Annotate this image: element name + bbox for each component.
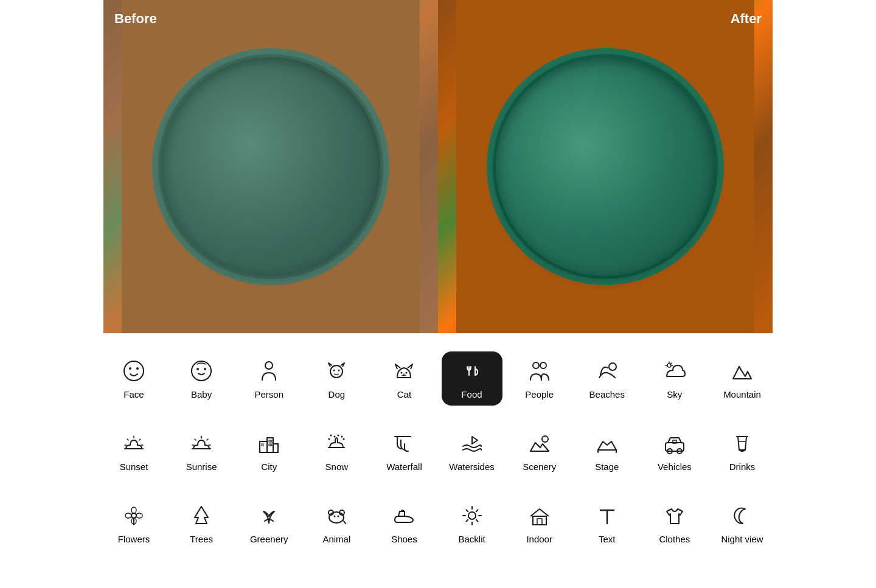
category-stage[interactable]: Stage — [577, 424, 638, 478]
svg-point-57 — [131, 513, 136, 518]
svg-point-52 — [542, 436, 548, 442]
category-backlit[interactable]: Backlit — [442, 496, 502, 550]
snow-icon — [325, 430, 348, 457]
svg-rect-56 — [673, 440, 676, 443]
baby-icon — [190, 358, 213, 384]
city-label: City — [261, 462, 277, 472]
vehicles-label: Vehicles — [658, 462, 692, 472]
mountain-icon — [731, 358, 754, 384]
svg-point-7 — [271, 125, 313, 143]
category-row-1: Face Baby Person — [103, 345, 773, 412]
svg-rect-38 — [260, 441, 267, 452]
sunset-label: Sunset — [120, 462, 148, 472]
category-vehicles[interactable]: Vehicles — [644, 424, 705, 478]
svg-rect-20 — [604, 146, 619, 176]
category-indoor[interactable]: Indoor — [509, 496, 570, 550]
svg-point-12 — [487, 48, 724, 285]
trees-icon — [190, 502, 213, 529]
category-drinks[interactable]: Drinks — [712, 424, 773, 478]
category-person[interactable]: Person — [238, 351, 299, 406]
category-beaches[interactable]: Beaches — [577, 351, 638, 406]
category-greenery[interactable]: Greenery — [238, 496, 299, 550]
category-flowers[interactable]: Flowers — [103, 496, 164, 550]
scenery-label: Scenery — [523, 462, 556, 472]
mountain-label: Mountain — [723, 389, 761, 399]
svg-rect-10 — [269, 146, 285, 176]
category-clothes[interactable]: Clothes — [644, 496, 705, 550]
category-cat[interactable]: Cat — [374, 351, 434, 406]
svg-point-27 — [265, 362, 273, 369]
category-animal[interactable]: Animal — [306, 496, 367, 550]
svg-point-62 — [329, 512, 344, 523]
category-waterfall[interactable]: Waterfall — [374, 424, 434, 478]
svg-point-33 — [462, 361, 482, 381]
category-snow[interactable]: Snow — [306, 424, 367, 478]
food-icon — [461, 358, 484, 384]
nightview-icon — [731, 502, 754, 529]
sunrise-icon — [190, 430, 213, 457]
svg-point-8 — [240, 190, 295, 212]
category-city[interactable]: City — [238, 424, 299, 478]
scenery-icon — [528, 430, 551, 457]
svg-point-31 — [401, 372, 403, 374]
category-mountain[interactable]: Mountain — [712, 351, 773, 406]
category-scenery[interactable]: Scenery — [509, 424, 570, 478]
shoes-label: Shoes — [391, 534, 417, 544]
svg-point-16 — [554, 170, 602, 195]
category-baby[interactable]: Baby — [171, 351, 232, 406]
dog-icon — [325, 358, 348, 384]
greenery-label: Greenery — [250, 534, 288, 544]
category-sunrise[interactable]: Sunrise — [171, 424, 232, 478]
svg-point-61 — [136, 513, 142, 518]
svg-point-17 — [605, 125, 648, 143]
people-label: People — [525, 389, 554, 399]
svg-point-4 — [207, 134, 304, 170]
category-people[interactable]: People — [509, 351, 570, 406]
category-watersides[interactable]: Watersides — [442, 424, 502, 478]
backlit-label: Backlit — [458, 534, 485, 544]
svg-rect-43 — [271, 440, 273, 442]
svg-point-65 — [334, 516, 336, 517]
category-text[interactable]: Text — [577, 496, 638, 550]
text-label: Text — [599, 534, 616, 544]
after-image — [438, 0, 773, 333]
svg-point-2 — [152, 48, 389, 285]
category-food[interactable]: Food — [442, 351, 502, 406]
indoor-icon — [528, 502, 551, 529]
svg-point-23 — [136, 367, 139, 370]
category-row-2: Sunset Sunrise — [103, 418, 773, 484]
svg-point-47 — [334, 436, 336, 438]
svg-point-24 — [192, 361, 211, 381]
svg-rect-40 — [273, 444, 278, 452]
person-icon — [257, 358, 280, 384]
person-label: Person — [254, 389, 283, 399]
svg-rect-42 — [269, 440, 271, 442]
city-icon — [257, 430, 280, 457]
category-shoes[interactable]: Shoes — [374, 496, 434, 550]
trees-label: Trees — [190, 534, 213, 544]
before-image — [103, 0, 438, 333]
dog-label: Dog — [328, 389, 346, 399]
category-dog[interactable]: Dog — [306, 351, 367, 406]
category-nightview[interactable]: Night view — [712, 496, 773, 550]
image-comparison-section: Before — [0, 0, 876, 333]
svg-point-48 — [338, 435, 339, 437]
svg-point-22 — [129, 367, 131, 370]
category-face[interactable]: Face — [103, 351, 164, 406]
image-wrapper: Before — [103, 0, 773, 333]
category-sunset[interactable]: Sunset — [103, 424, 164, 478]
sunrise-label: Sunrise — [186, 462, 217, 472]
category-trees[interactable]: Trees — [171, 496, 232, 550]
svg-point-50 — [328, 438, 330, 440]
svg-point-32 — [406, 372, 408, 374]
category-sky[interactable]: Sky — [644, 351, 705, 406]
svg-point-13 — [493, 54, 718, 279]
cat-label: Cat — [397, 389, 411, 399]
watersides-label: Watersides — [449, 462, 494, 472]
text-icon — [596, 502, 619, 529]
svg-point-15 — [584, 161, 657, 192]
svg-point-28 — [330, 365, 342, 378]
indoor-label: Indoor — [526, 534, 552, 544]
baby-label: Baby — [191, 389, 212, 399]
svg-point-3 — [158, 54, 383, 279]
